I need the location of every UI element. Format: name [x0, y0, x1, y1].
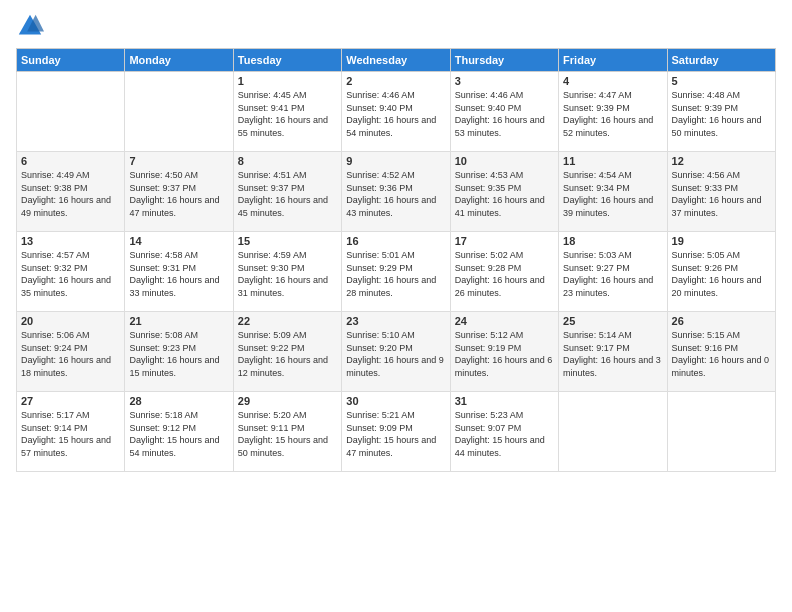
calendar-cell	[667, 392, 775, 472]
day-info: Sunrise: 5:01 AM Sunset: 9:29 PM Dayligh…	[346, 249, 445, 299]
calendar-cell: 3Sunrise: 4:46 AM Sunset: 9:40 PM Daylig…	[450, 72, 558, 152]
calendar-cell: 18Sunrise: 5:03 AM Sunset: 9:27 PM Dayli…	[559, 232, 667, 312]
calendar-cell: 15Sunrise: 4:59 AM Sunset: 9:30 PM Dayli…	[233, 232, 341, 312]
day-info: Sunrise: 4:46 AM Sunset: 9:40 PM Dayligh…	[346, 89, 445, 139]
day-number: 27	[21, 395, 120, 407]
calendar-week-row: 13Sunrise: 4:57 AM Sunset: 9:32 PM Dayli…	[17, 232, 776, 312]
calendar-cell: 26Sunrise: 5:15 AM Sunset: 9:16 PM Dayli…	[667, 312, 775, 392]
calendar-cell: 17Sunrise: 5:02 AM Sunset: 9:28 PM Dayli…	[450, 232, 558, 312]
day-number: 11	[563, 155, 662, 167]
day-number: 29	[238, 395, 337, 407]
calendar-cell: 12Sunrise: 4:56 AM Sunset: 9:33 PM Dayli…	[667, 152, 775, 232]
day-info: Sunrise: 4:48 AM Sunset: 9:39 PM Dayligh…	[672, 89, 771, 139]
day-info: Sunrise: 4:47 AM Sunset: 9:39 PM Dayligh…	[563, 89, 662, 139]
day-info: Sunrise: 4:59 AM Sunset: 9:30 PM Dayligh…	[238, 249, 337, 299]
day-of-week-header: Sunday	[17, 49, 125, 72]
day-of-week-header: Tuesday	[233, 49, 341, 72]
day-number: 2	[346, 75, 445, 87]
day-number: 17	[455, 235, 554, 247]
days-of-week-row: SundayMondayTuesdayWednesdayThursdayFrid…	[17, 49, 776, 72]
day-number: 22	[238, 315, 337, 327]
calendar-cell: 28Sunrise: 5:18 AM Sunset: 9:12 PM Dayli…	[125, 392, 233, 472]
day-info: Sunrise: 5:17 AM Sunset: 9:14 PM Dayligh…	[21, 409, 120, 459]
day-info: Sunrise: 5:12 AM Sunset: 9:19 PM Dayligh…	[455, 329, 554, 379]
day-number: 9	[346, 155, 445, 167]
day-number: 5	[672, 75, 771, 87]
day-number: 30	[346, 395, 445, 407]
day-number: 8	[238, 155, 337, 167]
calendar-cell: 21Sunrise: 5:08 AM Sunset: 9:23 PM Dayli…	[125, 312, 233, 392]
day-number: 21	[129, 315, 228, 327]
calendar-cell: 25Sunrise: 5:14 AM Sunset: 9:17 PM Dayli…	[559, 312, 667, 392]
day-info: Sunrise: 4:54 AM Sunset: 9:34 PM Dayligh…	[563, 169, 662, 219]
calendar-cell	[559, 392, 667, 472]
day-number: 1	[238, 75, 337, 87]
calendar-cell: 14Sunrise: 4:58 AM Sunset: 9:31 PM Dayli…	[125, 232, 233, 312]
day-info: Sunrise: 5:10 AM Sunset: 9:20 PM Dayligh…	[346, 329, 445, 379]
calendar-header: SundayMondayTuesdayWednesdayThursdayFrid…	[17, 49, 776, 72]
day-of-week-header: Monday	[125, 49, 233, 72]
calendar-cell: 9Sunrise: 4:52 AM Sunset: 9:36 PM Daylig…	[342, 152, 450, 232]
day-info: Sunrise: 4:51 AM Sunset: 9:37 PM Dayligh…	[238, 169, 337, 219]
day-number: 3	[455, 75, 554, 87]
day-of-week-header: Wednesday	[342, 49, 450, 72]
calendar-cell: 24Sunrise: 5:12 AM Sunset: 9:19 PM Dayli…	[450, 312, 558, 392]
day-info: Sunrise: 5:20 AM Sunset: 9:11 PM Dayligh…	[238, 409, 337, 459]
calendar-cell: 30Sunrise: 5:21 AM Sunset: 9:09 PM Dayli…	[342, 392, 450, 472]
calendar-cell: 8Sunrise: 4:51 AM Sunset: 9:37 PM Daylig…	[233, 152, 341, 232]
calendar-cell	[125, 72, 233, 152]
day-number: 6	[21, 155, 120, 167]
day-info: Sunrise: 5:15 AM Sunset: 9:16 PM Dayligh…	[672, 329, 771, 379]
day-number: 10	[455, 155, 554, 167]
day-of-week-header: Thursday	[450, 49, 558, 72]
day-info: Sunrise: 5:05 AM Sunset: 9:26 PM Dayligh…	[672, 249, 771, 299]
day-info: Sunrise: 5:08 AM Sunset: 9:23 PM Dayligh…	[129, 329, 228, 379]
day-info: Sunrise: 5:03 AM Sunset: 9:27 PM Dayligh…	[563, 249, 662, 299]
header	[16, 12, 776, 40]
calendar-cell: 22Sunrise: 5:09 AM Sunset: 9:22 PM Dayli…	[233, 312, 341, 392]
calendar-cell: 27Sunrise: 5:17 AM Sunset: 9:14 PM Dayli…	[17, 392, 125, 472]
day-info: Sunrise: 5:18 AM Sunset: 9:12 PM Dayligh…	[129, 409, 228, 459]
calendar-cell	[17, 72, 125, 152]
day-number: 20	[21, 315, 120, 327]
day-number: 23	[346, 315, 445, 327]
day-number: 4	[563, 75, 662, 87]
logo	[16, 12, 48, 40]
calendar-cell: 2Sunrise: 4:46 AM Sunset: 9:40 PM Daylig…	[342, 72, 450, 152]
day-number: 24	[455, 315, 554, 327]
day-number: 12	[672, 155, 771, 167]
day-number: 14	[129, 235, 228, 247]
calendar-cell: 11Sunrise: 4:54 AM Sunset: 9:34 PM Dayli…	[559, 152, 667, 232]
day-info: Sunrise: 4:45 AM Sunset: 9:41 PM Dayligh…	[238, 89, 337, 139]
day-number: 28	[129, 395, 228, 407]
calendar-week-row: 6Sunrise: 4:49 AM Sunset: 9:38 PM Daylig…	[17, 152, 776, 232]
calendar-week-row: 1Sunrise: 4:45 AM Sunset: 9:41 PM Daylig…	[17, 72, 776, 152]
day-number: 16	[346, 235, 445, 247]
day-info: Sunrise: 5:21 AM Sunset: 9:09 PM Dayligh…	[346, 409, 445, 459]
calendar-cell: 19Sunrise: 5:05 AM Sunset: 9:26 PM Dayli…	[667, 232, 775, 312]
calendar-week-row: 20Sunrise: 5:06 AM Sunset: 9:24 PM Dayli…	[17, 312, 776, 392]
calendar-cell: 13Sunrise: 4:57 AM Sunset: 9:32 PM Dayli…	[17, 232, 125, 312]
calendar-cell: 23Sunrise: 5:10 AM Sunset: 9:20 PM Dayli…	[342, 312, 450, 392]
calendar-cell: 16Sunrise: 5:01 AM Sunset: 9:29 PM Dayli…	[342, 232, 450, 312]
calendar-cell: 10Sunrise: 4:53 AM Sunset: 9:35 PM Dayli…	[450, 152, 558, 232]
calendar-week-row: 27Sunrise: 5:17 AM Sunset: 9:14 PM Dayli…	[17, 392, 776, 472]
day-info: Sunrise: 5:02 AM Sunset: 9:28 PM Dayligh…	[455, 249, 554, 299]
day-info: Sunrise: 4:46 AM Sunset: 9:40 PM Dayligh…	[455, 89, 554, 139]
calendar-cell: 20Sunrise: 5:06 AM Sunset: 9:24 PM Dayli…	[17, 312, 125, 392]
calendar-cell: 31Sunrise: 5:23 AM Sunset: 9:07 PM Dayli…	[450, 392, 558, 472]
calendar-cell: 6Sunrise: 4:49 AM Sunset: 9:38 PM Daylig…	[17, 152, 125, 232]
day-info: Sunrise: 5:06 AM Sunset: 9:24 PM Dayligh…	[21, 329, 120, 379]
day-info: Sunrise: 5:14 AM Sunset: 9:17 PM Dayligh…	[563, 329, 662, 379]
day-info: Sunrise: 5:23 AM Sunset: 9:07 PM Dayligh…	[455, 409, 554, 459]
calendar-table: SundayMondayTuesdayWednesdayThursdayFrid…	[16, 48, 776, 472]
day-number: 31	[455, 395, 554, 407]
day-number: 19	[672, 235, 771, 247]
logo-icon	[16, 12, 44, 40]
day-info: Sunrise: 4:53 AM Sunset: 9:35 PM Dayligh…	[455, 169, 554, 219]
day-info: Sunrise: 4:50 AM Sunset: 9:37 PM Dayligh…	[129, 169, 228, 219]
page: SundayMondayTuesdayWednesdayThursdayFrid…	[0, 0, 792, 612]
day-of-week-header: Saturday	[667, 49, 775, 72]
day-number: 18	[563, 235, 662, 247]
calendar-cell: 7Sunrise: 4:50 AM Sunset: 9:37 PM Daylig…	[125, 152, 233, 232]
